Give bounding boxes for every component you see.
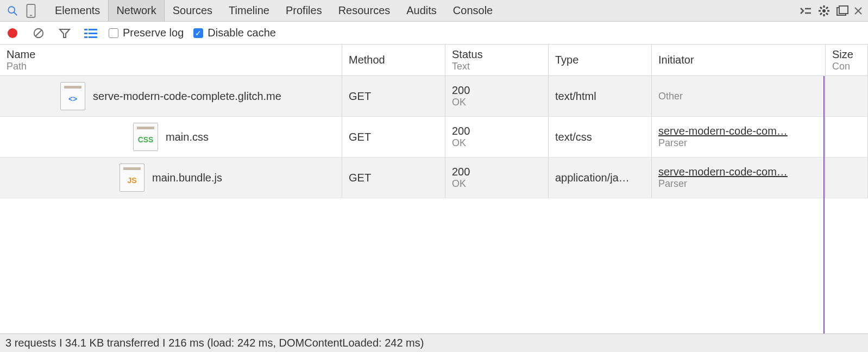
network-toolbar: Preserve log ✓ Disable cache xyxy=(0,22,868,45)
tab-audits[interactable]: Audits xyxy=(398,0,445,21)
record-button[interactable] xyxy=(4,25,21,41)
network-status-bar: 3 requests I 34.1 KB transferred I 216 m… xyxy=(0,334,868,352)
close-icon[interactable] xyxy=(852,2,865,20)
table-row[interactable]: CSSmain.cssGET200OKtext/cssserve-modern-… xyxy=(0,117,868,158)
request-size xyxy=(826,76,868,116)
svg-rect-3 xyxy=(30,15,32,16)
svg-point-0 xyxy=(8,7,15,13)
request-initiator: serve-modern-code-com…Parser xyxy=(652,158,826,198)
request-type: text/html xyxy=(549,76,652,116)
svg-rect-26 xyxy=(84,36,87,38)
request-status: 200OK xyxy=(445,117,549,157)
tab-elements[interactable]: Elements xyxy=(47,0,108,21)
svg-point-6 xyxy=(822,9,826,12)
column-header-type[interactable]: Type xyxy=(549,45,652,76)
request-status: 200OK xyxy=(445,76,549,116)
preserve-log-checkbox[interactable]: Preserve log xyxy=(109,27,184,39)
column-header-size[interactable]: Size Con xyxy=(826,45,868,76)
filter-icon[interactable] xyxy=(56,25,73,41)
request-type: application/ja… xyxy=(549,158,652,198)
request-name: main.css xyxy=(166,131,209,143)
tab-profiles[interactable]: Profiles xyxy=(278,0,330,21)
devtools-tabbar: ElementsNetworkSourcesTimelineProfilesRe… xyxy=(0,0,868,22)
request-type: text/css xyxy=(549,117,652,157)
svg-line-12 xyxy=(826,13,828,15)
tab-resources[interactable]: Resources xyxy=(330,0,399,21)
network-request-rows: <>serve-modern-code-complete.glitch.meGE… xyxy=(0,76,868,334)
svg-marker-21 xyxy=(60,29,70,37)
status-summary: 3 requests I 34.1 KB transferred I 216 m… xyxy=(5,337,424,349)
request-method: GET xyxy=(342,117,445,157)
disable-cache-label: Disable cache xyxy=(207,27,276,39)
initiator-link[interactable]: serve-modern-code-com… xyxy=(658,125,819,137)
search-icon[interactable] xyxy=(3,2,22,20)
request-name: serve-modern-code-complete.glitch.me xyxy=(93,90,281,103)
tab-timeline[interactable]: Timeline xyxy=(221,0,278,21)
clear-icon[interactable] xyxy=(30,25,47,41)
request-initiator: serve-modern-code-com…Parser xyxy=(652,117,826,157)
column-header-status[interactable]: Status Text xyxy=(445,45,549,76)
request-name: main.bundle.js xyxy=(152,172,222,184)
request-initiator: Other xyxy=(652,76,826,116)
preserve-log-label: Preserve log xyxy=(123,27,184,39)
svg-line-13 xyxy=(820,13,822,15)
file-type-icon: JS xyxy=(119,164,144,192)
panel-tabs: ElementsNetworkSourcesTimelineProfilesRe… xyxy=(47,0,501,21)
svg-line-1 xyxy=(14,12,17,15)
column-header-method[interactable]: Method xyxy=(342,45,445,76)
overview-icon[interactable] xyxy=(83,25,99,41)
column-header-name[interactable]: Name Path xyxy=(0,45,342,76)
table-row[interactable]: JSmain.bundle.jsGET200OKapplication/ja…s… xyxy=(0,158,868,198)
svg-line-11 xyxy=(820,7,822,9)
initiator-link[interactable]: serve-modern-code-com… xyxy=(658,166,819,178)
network-column-headers: Name Path Method Status Text Type Initia… xyxy=(0,45,868,76)
table-row[interactable]: <>serve-modern-code-complete.glitch.meGE… xyxy=(0,76,868,117)
tab-console[interactable]: Console xyxy=(445,0,501,21)
request-size xyxy=(826,117,868,157)
column-header-initiator[interactable]: Initiator xyxy=(652,45,826,76)
svg-rect-27 xyxy=(89,36,97,38)
svg-rect-22 xyxy=(84,29,87,30)
request-method: GET xyxy=(342,158,445,198)
request-status: 200OK xyxy=(445,158,549,198)
svg-line-20 xyxy=(36,30,42,36)
tab-sources[interactable]: Sources xyxy=(165,0,221,21)
disable-cache-checkbox[interactable]: ✓ Disable cache xyxy=(193,27,276,39)
settings-gear-icon[interactable] xyxy=(815,2,833,20)
svg-rect-23 xyxy=(89,29,97,30)
request-size xyxy=(826,158,868,198)
dock-side-icon[interactable] xyxy=(833,2,852,20)
tab-network[interactable]: Network xyxy=(108,0,164,21)
svg-line-14 xyxy=(826,7,828,9)
request-method: GET xyxy=(342,76,445,116)
file-type-icon: CSS xyxy=(133,123,158,151)
svg-rect-25 xyxy=(89,33,97,34)
svg-rect-16 xyxy=(839,6,848,14)
drawer-toggle-icon[interactable] xyxy=(796,2,815,20)
svg-rect-24 xyxy=(84,33,87,34)
timeline-marker xyxy=(823,76,825,334)
file-type-icon: <> xyxy=(60,82,85,110)
device-mode-icon[interactable] xyxy=(22,2,40,20)
